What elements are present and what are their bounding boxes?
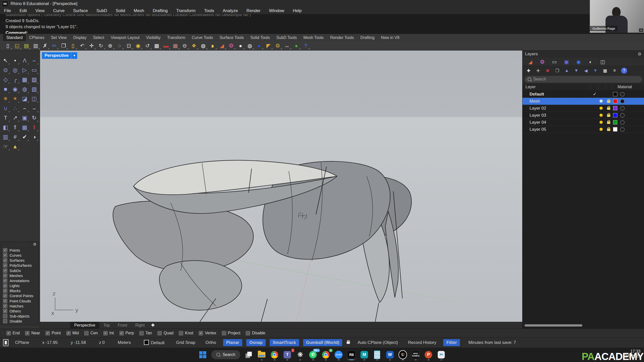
menu-item[interactable]: Render (247, 8, 261, 13)
chatgpt-button[interactable]: ❋ (296, 350, 304, 360)
move-down-icon[interactable]: ▼ (573, 68, 579, 74)
dimension-icon[interactable]: ↔ (283, 42, 291, 50)
grid-view-icon[interactable]: ▦ (602, 68, 608, 74)
shaded-analyze-icon[interactable]: ◑ (29, 132, 39, 141)
help-icon[interactable]: ? (301, 42, 310, 50)
filter-checkbox[interactable]: ✓ (3, 284, 7, 288)
layer-row[interactable]: Default ✓ (522, 91, 644, 98)
filter-checkbox[interactable]: ✓ (3, 274, 7, 278)
copy-icon[interactable]: ❐ (59, 42, 68, 50)
gear-icon[interactable]: ⚙ (638, 52, 641, 57)
explode-burst-icon[interactable]: ✶ (10, 94, 20, 103)
print-icon[interactable]: ▥ (31, 42, 40, 50)
epic-games-button[interactable]: EPICGAMES (411, 350, 420, 360)
osnap-checkbox[interactable] (157, 331, 162, 335)
layer-row[interactable]: Layer 04 (522, 119, 644, 126)
toolbar-tab[interactable]: Mesh Tools (300, 34, 327, 41)
add-viewport-tab-button[interactable]: ✚ (149, 322, 157, 329)
menu-item[interactable]: SubD (96, 8, 107, 13)
layer-name[interactable]: Mesh (522, 99, 540, 104)
save-icon[interactable]: ▤ (22, 42, 31, 50)
toolbar-tab[interactable]: Display (70, 34, 90, 41)
move-icon[interactable]: ↗ (10, 113, 20, 122)
new-sublayer-icon[interactable]: ✛ (535, 68, 541, 74)
layer-visibility-bulb-icon[interactable] (599, 114, 603, 117)
taskbar-search[interactable]: Search (211, 350, 240, 360)
rhino-button[interactable]: R8 (347, 350, 356, 360)
text-icon[interactable]: T (1, 113, 10, 122)
menu-item[interactable]: View (35, 8, 45, 13)
fillet-corner-icon[interactable]: ╭ (10, 75, 20, 84)
viewport-tab[interactable]: Front (114, 322, 131, 329)
cplanes-icon[interactable]: ▦ (171, 42, 180, 50)
toolbar-tab[interactable]: Drafting (357, 34, 378, 41)
filter-checkbox[interactable]: ✓ (3, 289, 7, 293)
toolbar-tab[interactable]: Select (90, 34, 107, 41)
layer-material-circle[interactable] (620, 127, 625, 132)
status-toggle[interactable]: Auto CPlane (Object) (354, 339, 401, 346)
osnap-checkbox[interactable]: ✓ (25, 331, 29, 335)
undo-icon[interactable]: ↶ (78, 42, 87, 50)
status-toggle[interactable]: SmartTrack (270, 339, 299, 346)
menu-item[interactable]: Solid (116, 8, 125, 13)
single-point-icon[interactable]: • (10, 56, 20, 65)
materials-tab-icon[interactable]: ◐ (587, 59, 594, 65)
menu-item[interactable]: Drafting (153, 8, 168, 13)
subd-model[interactable] (113, 160, 412, 322)
cut-icon[interactable]: ✂ (50, 42, 59, 50)
delete-layer-icon[interactable]: ✖ (545, 68, 551, 74)
move-left-icon[interactable]: ◀ (583, 68, 589, 74)
layer-color-swatch[interactable] (613, 120, 617, 124)
display-tab-icon[interactable]: ▭ (551, 59, 558, 65)
layer-column-header[interactable]: Layer (522, 85, 536, 89)
rectangle-icon[interactable]: ▭ (29, 66, 39, 74)
status-toggle[interactable]: Gumball (World) (303, 339, 342, 346)
polygon-icon[interactable]: ◇ (1, 75, 10, 84)
new-file-icon[interactable]: ▯ (4, 42, 12, 50)
layer-lock-icon[interactable] (607, 114, 610, 117)
menu-item[interactable]: Mesh (134, 8, 144, 13)
filter-checkbox[interactable]: ✓ (3, 248, 7, 252)
whatsapp-button[interactable]: ✆99+ (309, 350, 317, 360)
menu-item[interactable]: Window (269, 8, 284, 13)
toolbar-tab[interactable]: Surface Tools (216, 34, 247, 41)
layer-visibility-bulb-icon[interactable] (599, 107, 603, 110)
rotate-view-icon[interactable]: ↻ (97, 42, 105, 50)
toolbar-tab[interactable]: Curve Tools (188, 34, 216, 41)
toolbar-tab[interactable]: Visibility (143, 34, 164, 41)
lightbulb-icon[interactable]: ◍ (199, 42, 208, 50)
notepad-button[interactable] (373, 350, 381, 360)
spotlight-icon[interactable]: ◤ (264, 42, 273, 50)
toolbar-tab[interactable]: Transform (164, 34, 188, 41)
shaded-viewport-icon[interactable]: ● (236, 42, 245, 50)
toolbar-tab[interactable]: Solid Tools (247, 34, 273, 41)
trim-icon[interactable]: ◪ (20, 94, 29, 103)
osnap-checkbox[interactable] (179, 331, 183, 335)
layer-material-circle[interactable] (620, 113, 625, 118)
layer-row[interactable]: Layer 03 (522, 112, 644, 119)
layer-lock-icon[interactable] (607, 100, 610, 103)
boolean-union-icon[interactable]: ∪ (1, 104, 10, 113)
layer-material-circle[interactable] (620, 106, 625, 111)
layer-material-circle[interactable] (620, 99, 625, 104)
layer-color-swatch[interactable] (613, 99, 617, 103)
toolbar-tab[interactable]: Standard (3, 34, 26, 41)
new-layer-icon[interactable]: ✚ (526, 68, 532, 74)
menu-item[interactable]: Surface (73, 8, 88, 13)
split-icon[interactable]: ◫ (29, 94, 39, 103)
menu-item[interactable]: Edit (19, 8, 27, 13)
units-label[interactable]: Meters (111, 340, 137, 345)
surface-patch-icon[interactable]: ▧ (29, 85, 39, 94)
filter-checkbox[interactable] (3, 314, 7, 318)
command-prompt[interactable]: Command: (6, 30, 641, 34)
layer-color-swatch[interactable] (613, 92, 617, 96)
filter-checkbox[interactable]: ✓ (3, 299, 7, 303)
osnap-checkbox[interactable] (139, 331, 144, 335)
toolbar-tab[interactable]: SubD Tools (273, 34, 300, 41)
zoom-button[interactable]: zoom (334, 350, 343, 360)
filter-checkbox[interactable]: ✓ (3, 268, 7, 273)
osnap-checkbox[interactable] (222, 331, 226, 335)
layer-name[interactable]: Layer 04 (522, 120, 546, 125)
osnap-checkbox[interactable]: ✓ (46, 331, 50, 335)
command-history[interactable]: Subdivision options ( Geometry Control G… (0, 14, 644, 34)
